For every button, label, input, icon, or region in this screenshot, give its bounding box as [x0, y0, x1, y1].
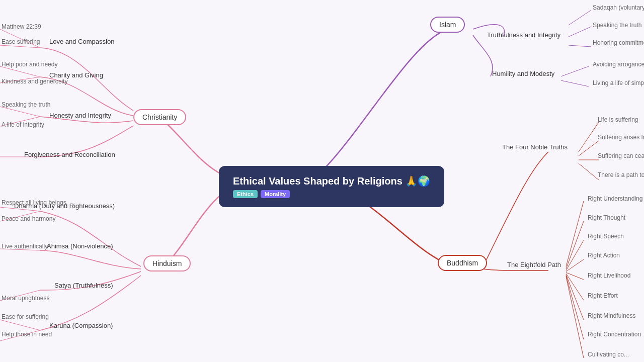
leaf-matthew: Matthew 22:39 — [0, 22, 45, 31]
islam-node: Islam — [430, 17, 465, 33]
humility-node: Humility and Modesty — [488, 69, 558, 78]
christianity-label: Christianity — [133, 109, 186, 125]
svg-line-22 — [566, 201, 584, 266]
satya-node: Satya (Truthfulness) — [50, 281, 117, 290]
leaf-ease-suffering: Ease suffering — [0, 37, 44, 46]
leaf-live-authentically: Live authentically — [0, 241, 52, 250]
svg-line-24 — [566, 240, 584, 270]
love-compassion-label: Love and Compassion — [45, 36, 118, 47]
eightfold-path-node: The Eightfold Path — [503, 260, 565, 269]
leaf-suffering-arises: Suffering arises fr... — [594, 132, 644, 141]
satya-label: Satya (Truthfulness) — [50, 280, 117, 291]
karuna-node: Karuna (Compassion) — [45, 321, 117, 330]
leaf-peace-harmony: Peace and harmony — [0, 214, 59, 223]
truthfulness-label: Truthfulness and Integrity — [483, 30, 565, 40]
ahimsa-node: Ahimsa (Non-violence) — [43, 241, 117, 250]
svg-line-11 — [561, 80, 589, 86]
leaf-right-understanding: Right Understanding — [584, 194, 644, 203]
leaf-honoring: Honoring commitments — [589, 38, 644, 47]
leaf-speaking-truth-islam: Speaking the truth — [589, 20, 644, 29]
leaf-cultivating: Cultivating co... — [584, 349, 633, 358]
leaf-living-beings: Respect all living beings — [0, 198, 70, 207]
leaf-right-livelihood: Right Livelihood — [584, 270, 634, 280]
leaf-ease-suffering-hinduism: Ease for suffering — [0, 312, 53, 321]
svg-line-26 — [566, 273, 584, 280]
ahimsa-label: Ahimsa (Non-violence) — [43, 241, 117, 251]
center-node: Ethical Values Shaped by Religions 🙏🌍 Et… — [219, 166, 444, 207]
forgiveness-label: Forgiveness and Reconciliation — [20, 149, 119, 160]
svg-line-23 — [566, 221, 584, 269]
leaf-suffering-can-cease: Suffering can cea... — [594, 151, 644, 160]
eightfold-path-label: The Eightfold Path — [503, 259, 565, 270]
svg-line-10 — [561, 66, 589, 76]
buddhism-label: Buddhism — [438, 255, 487, 271]
svg-line-9 — [569, 45, 591, 47]
leaf-living-life: Living a life of simplici... — [589, 78, 644, 87]
humility-label: Humility and Modesty — [488, 68, 558, 79]
truthfulness-node: Truthfulness and Integrity — [483, 30, 565, 39]
leaf-right-mindfulness: Right Mindfulness — [584, 311, 639, 320]
forgiveness-node: Forgiveness and Reconciliation — [20, 150, 119, 159]
love-compassion-node: Love and Compassion — [45, 37, 118, 46]
tag-morality: Morality — [261, 190, 290, 198]
leaf-speaking-truth: Speaking the truth — [0, 100, 54, 109]
center-title: Ethical Values Shaped by Religions 🙏🌍 — [233, 175, 430, 187]
christianity-node: Christianity — [133, 109, 186, 125]
svg-line-25 — [566, 259, 584, 272]
leaf-poor-needy: Help poor and needy — [0, 59, 61, 68]
hinduism-node: Hinduism — [143, 255, 191, 272]
islam-label: Islam — [430, 17, 465, 33]
svg-line-7 — [569, 10, 591, 25]
honesty-integrity-node: Honesty and Integrity — [45, 111, 115, 120]
leaf-right-concentration: Right Concentration — [584, 329, 644, 338]
four-noble-truths-label: The Four Noble Truths — [498, 142, 572, 152]
leaf-avoiding-arrogance: Avoiding arrogance and — [589, 59, 644, 68]
leaf-help-those: Help those in need — [0, 329, 56, 338]
leaf-right-speech: Right Speech — [584, 231, 628, 240]
svg-line-28 — [566, 275, 584, 320]
leaf-right-action: Right Action — [584, 250, 624, 259]
leaf-moral-uprightness: Moral uprightness — [0, 293, 53, 302]
leaf-kindness: Kindness and generosity — [0, 76, 71, 85]
buddhism-node: Buddhism — [438, 255, 487, 271]
tag-ethics: Ethics — [233, 190, 258, 198]
karuna-label: Karuna (Compassion) — [45, 320, 117, 331]
leaf-there-is-path: There is a path to... — [594, 170, 644, 179]
svg-line-27 — [566, 274, 584, 300]
leaf-right-effort: Right Effort — [584, 291, 622, 300]
svg-line-8 — [569, 27, 591, 37]
leaf-right-thought: Right Thought — [584, 213, 629, 222]
hinduism-label: Hinduism — [143, 255, 191, 272]
svg-line-30 — [566, 277, 584, 358]
four-noble-truths-node: The Four Noble Truths — [498, 142, 572, 151]
leaf-life-suffering: Life is suffering — [594, 115, 642, 124]
svg-line-29 — [566, 276, 584, 339]
leaf-sadaqah: Sadaqah (voluntary) — [589, 3, 644, 12]
honesty-integrity-label: Honesty and Integrity — [45, 110, 115, 121]
leaf-life-integrity: A life of integrity — [0, 120, 48, 129]
